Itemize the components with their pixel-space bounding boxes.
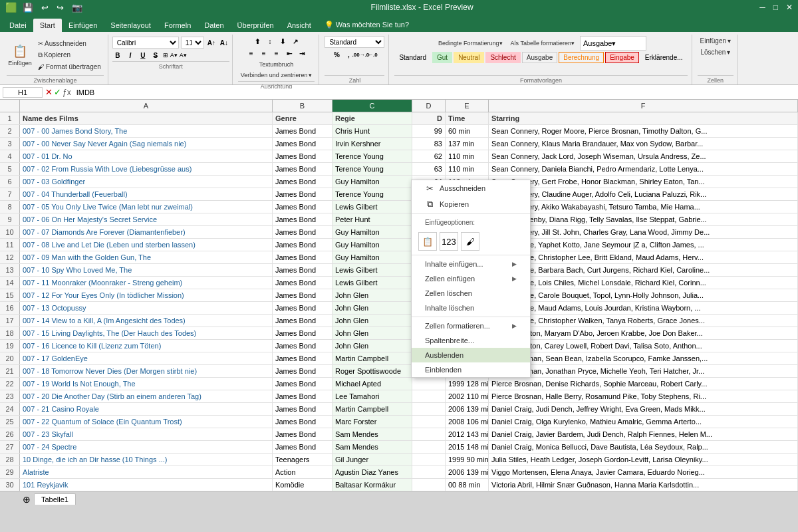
cell-24-f[interactable]: Daniel Craig, Judi Dench, Jeffrey Wright… [489,403,798,415]
style-erklaerend[interactable]: Erklärende... [640,52,688,63]
increase-font-btn[interactable]: A↑ [206,37,217,48]
cell-1-b[interactable]: Genre [273,112,332,124]
cell-16-b[interactable]: James Bond [273,302,332,314]
indent-dec-btn[interactable]: ⇤ [284,48,295,59]
conditional-format-btn[interactable]: Bedingte Formatierung▾ [436,39,505,48]
cell-28-e[interactable]: 1999 90 min [446,454,489,466]
ribbon-tab-einfgen[interactable]: Einfügen [62,19,104,32]
cell-26-f[interactable]: Daniel Craig, Javier Bardem, Judi Dench,… [489,428,798,440]
ctx-cut[interactable]: ✂ Ausschneiden [412,180,530,196]
align-middle-btn[interactable]: ↕ [265,36,275,47]
ctx-clear-contents[interactable]: Inhalte löschen [412,301,530,315]
delete-cells-btn[interactable]: Löschen ▾ [698,47,733,57]
fill-color-btn[interactable]: A▾ [170,52,178,59]
cell-24-b[interactable]: James Bond [273,403,332,415]
cell-1-a[interactable]: Name des Films [20,112,273,124]
save-icon[interactable]: 💾 [21,2,35,13]
cell-3-f[interactable]: Sean Connery, Klaus Maria Brandauer, Max… [489,138,798,150]
maximize-icon[interactable]: □ [773,3,778,12]
cell-7-a[interactable]: 007 - 04 Thunderball (Feuerball) [20,188,273,200]
ctx-show[interactable]: Einblenden [412,362,530,377]
sheet-tab-tabelle1[interactable]: Tabelle1 [34,493,76,505]
cell-19-f[interactable]: Timothy Dalton, Carey Lowell, Robert Dav… [489,340,798,352]
cell-23-a[interactable]: 007 - 20 Die Another Day (Stirb an einem… [20,390,273,402]
cell-11-a[interactable]: 007 - 08 Live and Let Die (Leben und ste… [20,239,273,251]
cell-7-c[interactable]: Terence Young [332,188,412,200]
screenshot-icon[interactable]: 📷 [70,2,84,13]
style-gut[interactable]: Gut [432,52,452,63]
copy-button[interactable]: ⧉Kopieren [35,50,104,61]
undo-icon[interactable]: ↩ [39,2,51,13]
cell-17-b[interactable]: James Bond [273,315,332,327]
cell-20-b[interactable]: James Bond [273,352,332,364]
font-color-btn[interactable]: A▾ [180,52,187,59]
cell-15-f[interactable]: Roger Moore, Carole Bouquet, Topol, Lynn… [489,289,798,301]
cell-25-e[interactable]: 2008 106 min [446,416,489,428]
cell-16-f[interactable]: Roger Moore, Maud Adams, Louis Jourdan, … [489,302,798,314]
cell-21-b[interactable]: James Bond [273,365,332,377]
cell-12-a[interactable]: 007 - 09 Man with the Golden Gun, The [20,251,273,263]
ribbon-tab--was-mchten-sie-tun[interactable]: 💡 Was möchten Sie tun? [318,18,416,32]
cell-1-c[interactable]: Regie [332,112,412,124]
cell-18-b[interactable]: James Bond [273,327,332,339]
ribbon-tab-berprfen[interactable]: Überprüfen [231,19,281,32]
cell-24-e[interactable]: 2006 139 min [446,403,489,415]
col-header-a[interactable]: A [20,100,273,112]
cell-20-c[interactable]: Martin Campbell [332,352,412,364]
cell-10-b[interactable]: James Bond [273,226,332,238]
cell-23-f[interactable]: Pierce Brosnan, Halle Berry, Rosamund Pi… [489,390,798,402]
cell-22-e[interactable]: 1999 128 min [446,378,489,390]
cell-5-d[interactable]: 63 [412,163,446,175]
cell-22-d[interactable] [412,378,446,390]
cell-16-a[interactable]: 007 - 13 Octopussy [20,302,273,314]
percent-btn[interactable]: % [331,49,342,60]
cell-14-a[interactable]: 007 - 11 Moonraker (Moonraker - Streng g… [20,277,273,289]
number-format-select[interactable]: Standard [325,36,384,48]
cell-24-d[interactable] [412,403,446,415]
cell-3-d[interactable]: 83 [412,138,446,150]
ctx-col-width[interactable]: Spaltenbreite... [412,333,530,348]
cell-8-f[interactable]: Sean Connery, Akiko Wakabayashi, Tetsuro… [489,201,798,213]
rows-container[interactable]: 1 Name des Films Genre Regie D Time Star… [0,112,798,491]
cancel-formula-icon[interactable]: ✕ [45,87,53,97]
cell-27-d[interactable] [412,441,446,453]
col-header-c[interactable]: C [332,100,412,112]
cell-13-c[interactable]: Lewis Gilbert [332,264,412,276]
style-eingabe[interactable]: Eingabe [605,52,639,63]
cell-13-f[interactable]: Roger Moore, Barbara Bach, Curt Jurgens,… [489,264,798,276]
align-top-btn[interactable]: ⬆ [252,36,263,47]
paste-plain-btn[interactable]: 📋 [418,232,437,251]
cell-19-a[interactable]: 007 - 16 Licence to Kill (Lizenz zum Töt… [20,340,273,352]
cut-button[interactable]: ✂Ausschneiden [35,39,104,49]
confirm-formula-icon[interactable]: ✓ [54,87,61,97]
text-angle-btn[interactable]: ↗ [290,36,301,47]
cell-2-e[interactable]: 60 min [446,125,489,137]
border-icon[interactable]: ⊞ [163,52,168,59]
cell-9-f[interactable]: George Lazenby, Diana Rigg, Telly Savala… [489,213,798,225]
formula-input[interactable] [74,88,795,96]
cell-5-a[interactable]: 007 - 02 From Russia With Love (Liebesgr… [20,163,273,175]
style-neutral[interactable]: Neutral [454,52,484,63]
cell-26-d[interactable] [412,428,446,440]
cell-24-c[interactable]: Martin Campbell [332,403,412,415]
cell-9-c[interactable]: Peter Hunt [332,213,412,225]
wrap-text-btn[interactable]: Textumbruch [257,60,297,69]
style-schlecht[interactable]: Schlecht [485,52,520,63]
cell-27-e[interactable]: 2015 148 min [446,441,489,453]
cell-27-c[interactable]: Sam Mendes [332,441,412,453]
cell-22-f[interactable]: Pierce Brosnan, Denise Richards, Sophie … [489,378,798,390]
cell-4-e[interactable]: 110 min [446,150,489,162]
italic-btn[interactable]: I [125,50,136,61]
cell-11-b[interactable]: James Bond [273,239,332,251]
cell-27-a[interactable]: 007 - 24 Spectre [20,441,273,453]
ribbon-tab-ansicht[interactable]: Ansicht [281,19,318,32]
merge-btn[interactable]: Verbinden und zentrieren ▾ [238,70,315,80]
cell-6-a[interactable]: 007 - 03 Goldfinger [20,176,273,188]
cell-28-f[interactable]: Julia Stiles, Heath Ledger, Joseph Gordo… [489,454,798,466]
ribbon-tab-formeln[interactable]: Formeln [158,19,198,32]
cell-21-a[interactable]: 007 - 18 Tomorrow Never Dies (Der Morgen… [20,365,273,377]
cell-5-e[interactable]: 110 min [446,163,489,175]
as-table-btn[interactable]: Als Tabelle formatieren▾ [508,39,577,48]
decrease-font-btn[interactable]: A↓ [219,37,229,48]
cell-27-f[interactable]: Daniel Craig, Monica Bellucci, Dave Baut… [489,441,798,453]
